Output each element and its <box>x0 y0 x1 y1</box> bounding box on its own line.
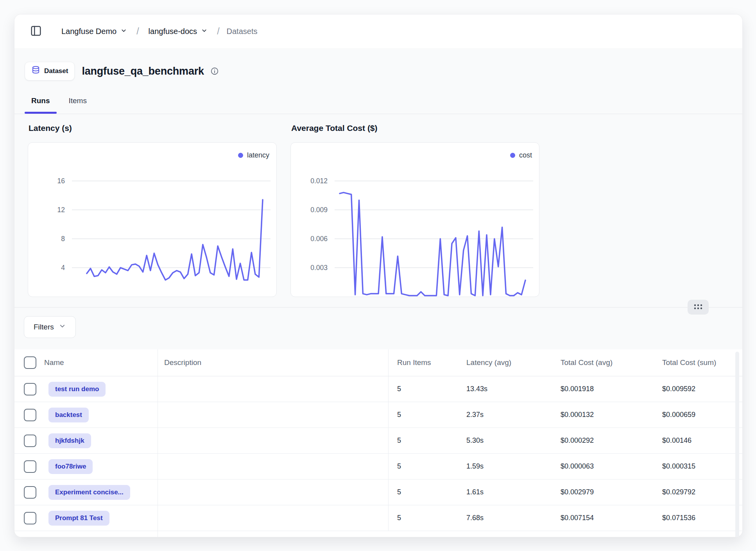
total-cost-avg-cell-value: $0.007154 <box>561 514 594 522</box>
breadcrumb-page: Datasets <box>227 27 258 36</box>
latency-avg-cell: 1.59s <box>460 454 554 479</box>
table-body: test run demo513.43s$0.001918$0.009592ba… <box>14 376 742 537</box>
run-name-cell: hjkfdshjk <box>35 428 158 453</box>
row-select-cell <box>14 454 35 479</box>
table-row[interactable]: test run demo513.43s$0.001918$0.009592 <box>14 376 742 402</box>
latency-avg-cell-value: 1.61s <box>466 488 484 496</box>
latency-chart-block: Latency (s) 161284 latency <box>28 114 277 297</box>
total-cost-avg-cell-value: $0.000292 <box>561 437 594 445</box>
description-cell <box>158 376 389 402</box>
table-row-partial[interactable] <box>14 531 742 537</box>
content-area: Dataset langfuse_qa_benchmark Runs Items… <box>14 48 742 349</box>
run-name-pill[interactable]: test run demo <box>48 382 106 397</box>
total-cost-sum-cell-value: $0.071536 <box>662 514 695 522</box>
description-cell <box>158 454 389 479</box>
dataset-badge-label: Dataset <box>44 67 68 75</box>
chevron-down-icon <box>201 27 208 36</box>
run-name-pill[interactable]: Prompt 81 Test <box>48 511 109 526</box>
table-row[interactable]: Experiment concise...51.61s$0.002979$0.0… <box>14 479 742 505</box>
breadcrumb-separator: / <box>136 26 139 37</box>
run-name-pill[interactable]: backtest <box>48 408 89 422</box>
run-name-pill[interactable]: foo78riwe <box>48 459 93 474</box>
breadcrumb-project[interactable]: Langfuse Demo <box>59 27 129 36</box>
run-name-cell: Prompt 81 Test <box>35 505 158 531</box>
tab-bar: Runs Items <box>14 83 742 114</box>
vertical-scrollbar[interactable] <box>735 352 739 537</box>
run-name-cell: foo78riwe <box>35 454 158 479</box>
run-items-cell: 5 <box>389 428 460 453</box>
latency-avg-cell-value: 2.37s <box>466 411 484 419</box>
topbar: Langfuse Demo / langfuse-docs / Datasets <box>14 14 742 48</box>
description-cell <box>158 505 389 531</box>
latency-legend: latency <box>238 151 269 159</box>
run-items-cell-value: 5 <box>397 411 401 419</box>
svg-text:0.003: 0.003 <box>310 264 328 272</box>
run-name-pill[interactable]: Experiment concise... <box>48 485 130 500</box>
latency-line-plot: 161284 <box>28 143 277 297</box>
total-cost-sum-cell-value: $0.00146 <box>662 437 692 445</box>
total-cost-avg-cell: $0.000063 <box>554 454 656 479</box>
tab-items[interactable]: Items <box>62 97 93 114</box>
total-cost-sum-cell-value: $0.009592 <box>662 385 695 393</box>
run-name-pill[interactable]: hjkfdshjk <box>48 433 91 448</box>
latency-chart-title: Latency (s) <box>29 123 277 133</box>
svg-text:0.009: 0.009 <box>310 206 328 214</box>
breadcrumb-env[interactable]: langfuse-docs <box>146 27 210 36</box>
total-cost-sum-cell: $0.009592 <box>656 376 742 402</box>
row-select-cell <box>14 428 35 453</box>
latency-avg-cell: 2.37s <box>460 402 554 428</box>
panel-resize-handle[interactable] <box>688 300 709 315</box>
latency-avg-cell-value: 5.30s <box>466 437 484 445</box>
info-icon[interactable] <box>210 67 219 75</box>
column-header-latency-avg[interactable]: Latency (avg) <box>460 349 554 376</box>
run-name-cell <box>35 531 158 537</box>
latency-avg-cell-value: 13.43s <box>466 385 487 393</box>
column-header-description[interactable]: Description <box>158 349 389 376</box>
total-cost-sum-cell: $0.000659 <box>656 402 742 428</box>
breadcrumb-env-label: langfuse-docs <box>149 27 197 36</box>
cost-chart: 0.0120.0090.0060.003 cost <box>290 142 539 297</box>
total-cost-sum-cell-value: $0.000315 <box>662 462 695 470</box>
filters-button[interactable]: Filters <box>24 316 76 338</box>
run-items-cell: 5 <box>389 376 460 402</box>
row-select-cell <box>14 479 35 505</box>
cost-legend: cost <box>510 151 532 159</box>
total-cost-sum-cell: $0.071536 <box>656 505 742 531</box>
run-items-cell: 5 <box>389 505 460 531</box>
svg-text:12: 12 <box>57 206 65 214</box>
total-cost-sum-cell: $0.000315 <box>656 454 742 479</box>
row-select-cell <box>14 402 35 428</box>
sidebar-toggle-button[interactable] <box>29 23 43 39</box>
total-cost-sum-cell-value: $0.000659 <box>662 411 695 419</box>
select-all-cell <box>14 349 35 376</box>
description-cell <box>158 479 389 505</box>
row-select-cell <box>14 376 35 402</box>
table-row[interactable]: hjkfdshjk55.30s$0.000292$0.00146 <box>14 428 742 454</box>
chevron-down-icon <box>120 27 127 36</box>
cost-legend-label: cost <box>519 151 532 159</box>
total-cost-avg-cell: $0.000132 <box>554 402 656 428</box>
latency-avg-cell-value: 7.68s <box>466 514 484 522</box>
main-card: Langfuse Demo / langfuse-docs / Datasets <box>14 14 743 537</box>
total-cost-avg-cell: $0.002979 <box>554 479 656 505</box>
latency-avg-cell: 13.43s <box>460 376 554 402</box>
column-header-name[interactable]: Name <box>35 349 158 376</box>
run-items-cell-value: 5 <box>397 437 401 445</box>
tab-runs[interactable]: Runs <box>25 97 57 114</box>
total-cost-avg-cell-value: $0.001918 <box>561 385 594 393</box>
cost-chart-title: Average Total Cost ($) <box>291 123 539 133</box>
description-cell <box>158 428 389 453</box>
table-row[interactable]: Prompt 81 Test57.68s$0.007154$0.071536 <box>14 505 742 531</box>
column-header-run-items[interactable]: Run Items <box>389 349 460 376</box>
table-row[interactable]: foo78riwe51.59s$0.000063$0.000315 <box>14 454 742 479</box>
cost-line-plot: 0.0120.0090.0060.003 <box>291 143 539 297</box>
table-row[interactable]: backtest52.37s$0.000132$0.000659 <box>14 402 742 428</box>
run-name-cell: Experiment concise... <box>35 479 158 505</box>
column-header-total-cost-avg[interactable]: Total Cost (avg) <box>554 349 656 376</box>
total-cost-avg-cell: $0.007154 <box>554 505 656 531</box>
total-cost-avg-cell: $0.001918 <box>554 376 656 402</box>
panel-left-icon <box>30 25 42 38</box>
run-name-cell: test run demo <box>35 376 158 402</box>
runs-table: Name Description Run Items Latency (avg)… <box>14 349 742 537</box>
column-header-total-cost-sum[interactable]: Total Cost (sum) <box>656 349 742 376</box>
